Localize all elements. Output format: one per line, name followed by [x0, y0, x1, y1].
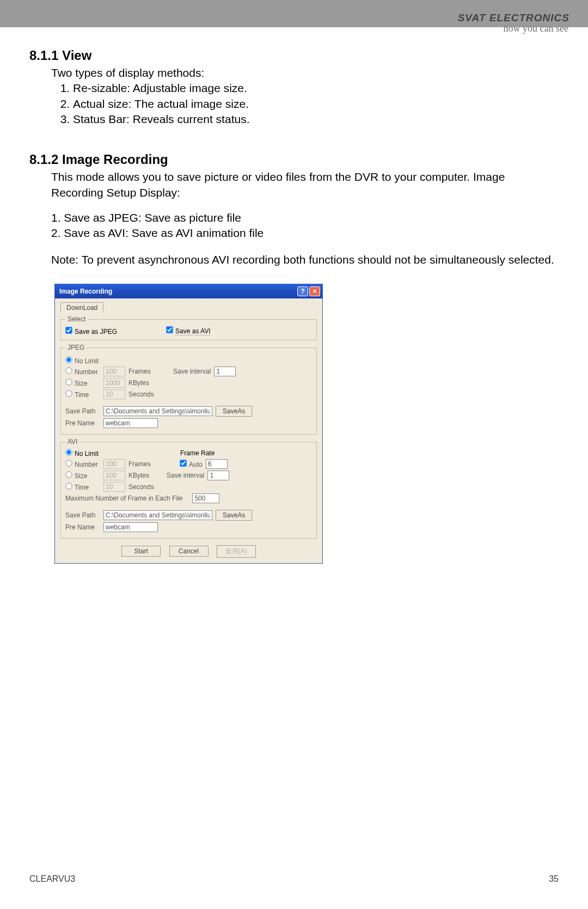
page-footer: CLEARVU3 35: [29, 874, 559, 884]
recording-i1: 1. Save as JPEG: Save as picture file: [51, 210, 559, 225]
kbytes-label: KBytes: [128, 379, 157, 387]
jpeg-nolimit-radio[interactable]: No Limit: [65, 356, 99, 365]
maxframes-input[interactable]: [192, 493, 219, 503]
recording-note: Note: To prevent asynchronous AVI record…: [51, 252, 559, 267]
avi-nolimit-radio[interactable]: No Limit: [65, 449, 99, 457]
brand-name: SVAT ELECTRONICS: [458, 12, 569, 23]
jpeg-prename-label: Pre Name: [65, 419, 100, 427]
jpeg-number-input[interactable]: [103, 367, 125, 376]
jpeg-fieldset: JPEG No Limit Number Frames Save interva…: [60, 344, 317, 435]
avi-prename-label: Pre Name: [65, 523, 100, 531]
avi-save-interval-label: Save interval: [167, 472, 204, 479]
help-icon[interactable]: ?: [297, 286, 308, 296]
cancel-button[interactable]: Cancel: [169, 546, 209, 557]
select-fieldset: Select Save as JPEG Save as AVI: [60, 315, 317, 340]
jpeg-time-input[interactable]: [103, 389, 125, 399]
avi-legend: AVI: [65, 438, 79, 446]
framerate-label: Frame Rate: [180, 449, 215, 457]
select-legend: Select: [65, 315, 88, 323]
footer-page-number: 35: [549, 874, 559, 884]
avi-fieldset: AVI No Limit Frame Rate Number Frames Au…: [60, 438, 317, 539]
avi-auto-input[interactable]: [206, 459, 228, 469]
footer-model: CLEARVU3: [29, 874, 75, 884]
avi-number-input[interactable]: [103, 459, 125, 469]
tab-download[interactable]: DownLoad: [60, 302, 103, 313]
avi-save-interval-input[interactable]: [207, 471, 229, 480]
recording-p1: This mode allows you to save picture or …: [51, 169, 559, 200]
jpeg-number-radio[interactable]: Number: [65, 367, 100, 376]
avi-time-radio[interactable]: Time: [65, 483, 100, 491]
save-as-avi-checkbox[interactable]: Save as AVI: [166, 326, 210, 335]
avi-size-radio[interactable]: Size: [65, 471, 100, 480]
avi-kbytes-label: KBytes: [128, 472, 157, 479]
close-icon[interactable]: ×: [309, 286, 320, 296]
avi-seconds-label: Seconds: [128, 483, 157, 491]
view-item-1: Re-sizable: Adjustable image size.: [73, 81, 559, 96]
start-button[interactable]: Start: [121, 546, 161, 557]
avi-frames-label: Frames: [128, 460, 157, 468]
view-item-2: Actual size: The actual image size.: [73, 96, 559, 112]
jpeg-save-interval-label: Save interval: [173, 368, 211, 375]
view-list: Re-sizable: Adjustable image size. Actua…: [64, 81, 559, 127]
jpeg-size-radio[interactable]: Size: [65, 379, 100, 387]
dialog-button-row: Start Cancel 套用(A): [60, 545, 317, 558]
avi-saveas-button[interactable]: SaveAs: [216, 510, 252, 521]
dialog-titlebar[interactable]: Image Recording ? ×: [55, 284, 322, 298]
view-item-3: Status Bar: Reveals current status.: [73, 112, 559, 127]
jpeg-legend: JPEG: [65, 344, 87, 351]
jpeg-savepath-input[interactable]: [103, 406, 212, 416]
avi-number-radio[interactable]: Number: [65, 460, 100, 468]
brand-tagline: now you can see: [458, 23, 568, 34]
avi-savepath-input[interactable]: [103, 510, 212, 520]
jpeg-savepath-label: Save Path: [65, 407, 100, 415]
section-recording-heading: 8.1.2 Image Recording: [29, 152, 559, 167]
jpeg-time-radio[interactable]: Time: [65, 390, 100, 399]
maxframes-label: Maximum Number of Frame in Each File: [65, 495, 182, 502]
seconds-label: Seconds: [128, 391, 157, 398]
avi-size-input[interactable]: [103, 471, 125, 480]
recording-i2: 2. Save as AVI: Save as AVI animation fi…: [51, 225, 559, 241]
save-as-jpeg-checkbox[interactable]: Save as JPEG: [65, 327, 117, 335]
avi-savepath-label: Save Path: [65, 511, 100, 519]
jpeg-prename-input[interactable]: [103, 418, 158, 428]
image-recording-dialog: Image Recording ? × DownLoad Select Save…: [54, 284, 323, 564]
jpeg-size-input[interactable]: [103, 378, 125, 388]
avi-time-input[interactable]: [103, 482, 125, 492]
section-view-heading: 8.1.1 View: [29, 48, 559, 63]
jpeg-saveas-button[interactable]: SaveAs: [216, 406, 252, 417]
view-intro: Two types of display methods:: [51, 65, 559, 81]
avi-prename-input[interactable]: [103, 522, 158, 532]
jpeg-save-interval-input[interactable]: [214, 367, 236, 376]
apply-button[interactable]: 套用(A): [217, 545, 256, 558]
brand-block: SVAT ELECTRONICS now you can see: [458, 11, 569, 34]
header-bar: SVAT ELECTRONICS now you can see: [0, 0, 588, 27]
frames-label: Frames: [128, 368, 157, 375]
dialog-title: Image Recording: [59, 288, 112, 295]
avi-auto-checkbox[interactable]: Auto: [180, 460, 203, 468]
